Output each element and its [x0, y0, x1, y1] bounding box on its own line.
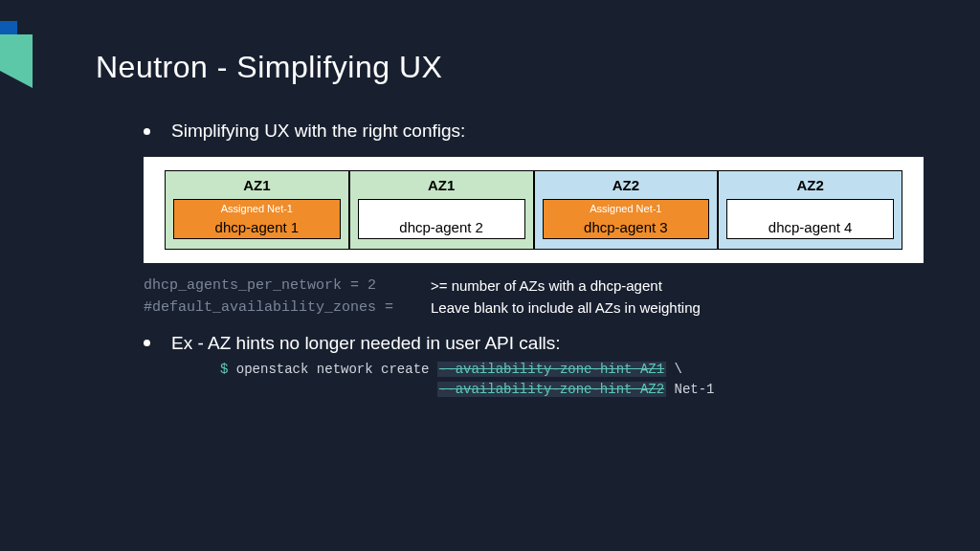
config-block: dhcp_agents_per_network = 2 #default_ava… [144, 275, 923, 320]
code-strike-2: --availability-zone-hint AZ2 [437, 382, 666, 397]
az-box-1: AZ1 Assigned Net-1 dhcp-agent 1 [165, 170, 349, 250]
code-strike-1: --availability-zone-hint AZ1 [437, 362, 666, 377]
config-note-2: Leave blank to include all AZs in weight… [431, 297, 701, 319]
agent-label: dhcp-agent 2 [399, 219, 483, 235]
agent-label: dhcp-agent 4 [768, 219, 853, 235]
agent-label: dhcp-agent 1 [215, 219, 300, 235]
bullet-1-text: Simplifying UX with the right configs: [171, 121, 465, 142]
dhcp-agent-box: dhcp-agent 4 [726, 199, 894, 239]
code-indent [220, 382, 437, 397]
config-left: dhcp_agents_per_network = 2 #default_ava… [144, 275, 431, 320]
az-label: AZ1 [173, 177, 341, 193]
code-net: Net-1 [666, 382, 714, 397]
dhcp-agent-box: Assigned Net-1 dhcp-agent 3 [543, 199, 710, 239]
code-line-1: $ openstack network create --availabilit… [220, 360, 923, 381]
bullet-icon [144, 340, 150, 346]
agent-label: dhcp-agent 3 [584, 219, 668, 235]
code-cmd: openstack network create [236, 362, 437, 377]
bullet-2-text: Ex - AZ hints no longer needed in user A… [171, 333, 561, 354]
svg-marker-1 [0, 34, 33, 88]
az-box-3: AZ2 Assigned Net-1 dhcp-agent 3 [534, 170, 719, 250]
bullet-2: Ex - AZ hints no longer needed in user A… [96, 333, 923, 354]
bullet-icon [144, 128, 150, 135]
az-box-4: AZ2 dhcp-agent 4 [718, 170, 902, 250]
code-continuation: \ [666, 362, 682, 377]
code-line-2: --availability-zone-hint AZ2 Net-1 [220, 380, 923, 401]
corner-accent-icon [0, 21, 40, 107]
shell-prompt: $ [220, 362, 236, 377]
az-diagram: AZ1 Assigned Net-1 dhcp-agent 1 AZ1 dhcp… [144, 157, 924, 263]
assigned-tag: Assigned Net-1 [544, 203, 709, 214]
config-right: >= number of AZs with a dhcp-agent Leave… [431, 275, 701, 320]
az-label: AZ1 [358, 177, 525, 193]
assigned-tag: Assigned Net-1 [174, 203, 340, 214]
az-label: AZ2 [726, 177, 894, 193]
slide-title: Neutron - Simplifying UX [96, 50, 442, 85]
code-example: $ openstack network create --availabilit… [220, 360, 923, 401]
slide-content: Simplifying UX with the right configs: A… [96, 121, 923, 401]
dhcp-agent-box: dhcp-agent 2 [358, 199, 525, 239]
config-note-1: >= number of AZs with a dhcp-agent [431, 275, 701, 297]
az-label: AZ2 [543, 177, 710, 193]
az-box-2: AZ1 dhcp-agent 2 [349, 170, 534, 250]
dhcp-agent-box: Assigned Net-1 dhcp-agent 1 [173, 199, 341, 239]
bullet-1: Simplifying UX with the right configs: [96, 121, 923, 142]
